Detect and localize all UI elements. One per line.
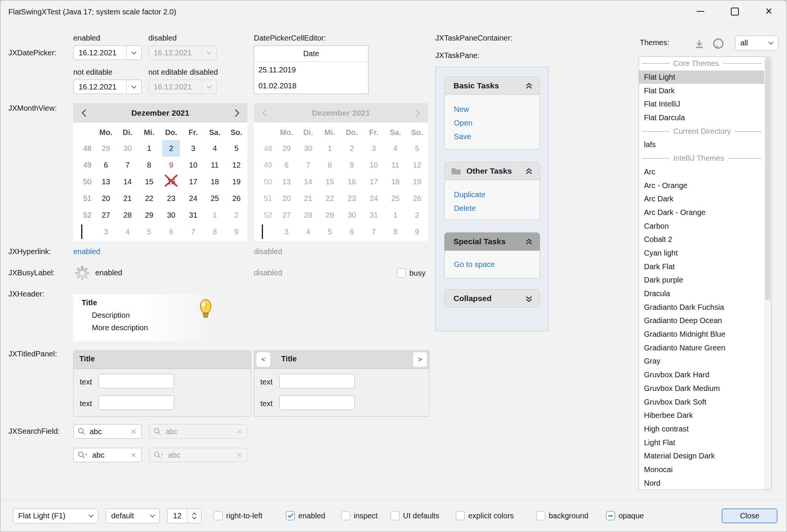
taskpane-link-save[interactable]: Save: [445, 130, 540, 143]
calendar-day[interactable]: 2: [234, 211, 238, 220]
github-button[interactable]: [711, 36, 726, 52]
theme-item-arc-orange[interactable]: Arc - Orange: [639, 179, 765, 192]
font-combobox[interactable]: default: [106, 508, 160, 523]
theme-item-gruvbox-dark-medium[interactable]: Gruvbox Dark Medium: [639, 382, 765, 395]
search-menu-icon[interactable]: [78, 451, 88, 459]
double-chevron-up-icon[interactable]: [525, 82, 533, 92]
calendar-day[interactable]: 1: [147, 144, 151, 153]
checkbox-ui-defaults[interactable]: UI defaults: [390, 511, 439, 520]
close-window-button[interactable]: ✕: [757, 0, 781, 22]
minimize-button[interactable]: [688, 0, 713, 22]
table-row[interactable]: 01.02.2018: [254, 78, 368, 94]
datepicker-enabled[interactable]: 16.12.2021: [73, 46, 142, 60]
theme-item-gradianto-dark-fuchsia[interactable]: Gradianto Dark Fuchsia: [639, 300, 765, 314]
calendar-day[interactable]: 30: [167, 211, 175, 220]
calendar-day[interactable]: 9: [234, 228, 238, 236]
theme-item-high-contrast[interactable]: High contrast: [639, 422, 765, 436]
double-chevron-up-icon[interactable]: [525, 167, 533, 177]
checkbox-box[interactable]: [341, 511, 350, 520]
calendar-day[interactable]: 12: [232, 161, 241, 169]
taskpane-header[interactable]: Other Tasks: [444, 162, 540, 180]
checkbox-box[interactable]: [214, 511, 223, 520]
close-button[interactable]: Close: [722, 508, 778, 523]
theme-item-gradianto-nature-green[interactable]: Gradianto Nature Green: [639, 341, 765, 355]
theme-item-monocai[interactable]: Monocai: [639, 463, 765, 477]
calendar-day[interactable]: 11: [211, 161, 219, 169]
calendar-day[interactable]: 5: [147, 228, 151, 236]
calendar-day[interactable]: 31: [189, 211, 197, 220]
titled-panel-left-button[interactable]: <: [257, 352, 270, 367]
calendar-day[interactable]: 3: [191, 144, 195, 153]
previous-month-button[interactable]: [78, 107, 90, 119]
theme-item-hiberbee-dark[interactable]: Hiberbee Dark: [639, 409, 765, 422]
checkbox-box[interactable]: [606, 511, 615, 520]
theme-item-flat-intellij[interactable]: Flat IntelliJ: [639, 97, 765, 111]
calendar-day[interactable]: 27: [102, 211, 110, 220]
checkbox-inspect[interactable]: inspect: [341, 511, 378, 520]
calendar-day[interactable]: 21: [123, 194, 132, 203]
theme-item-arc[interactable]: Arc: [639, 165, 765, 179]
text-input[interactable]: [99, 374, 174, 388]
text-input[interactable]: [99, 395, 174, 410]
theme-item-flat-dark[interactable]: Flat Dark: [639, 84, 765, 97]
calendar-day[interactable]: 29: [102, 144, 110, 153]
calendar-day[interactable]: 24: [189, 194, 197, 203]
calendar-day[interactable]: 22: [145, 194, 153, 203]
checkbox-box[interactable]: [536, 511, 545, 520]
theme-item-cyan-light[interactable]: Cyan light: [639, 246, 765, 260]
calendar-day[interactable]: 23: [167, 194, 175, 203]
calendar-day[interactable]: 10: [189, 161, 197, 169]
themes-filter-combobox[interactable]: all: [735, 36, 778, 50]
theme-item-cobalt-2[interactable]: Cobalt 2: [639, 233, 765, 246]
calendar-day[interactable]: 7: [125, 161, 129, 169]
search-input-value[interactable]: abc: [90, 427, 131, 436]
theme-item-gray[interactable]: Gray: [639, 355, 765, 368]
theme-item-flat-light[interactable]: Flat Light: [639, 71, 765, 84]
theme-item-gruvbox-dark-soft[interactable]: Gruvbox Dark Soft: [639, 395, 765, 409]
font-size-value[interactable]: 12: [168, 509, 187, 523]
checkbox-background[interactable]: background: [536, 511, 589, 520]
search-input-value[interactable]: abc: [92, 451, 131, 460]
calendar-day[interactable]: 8: [212, 228, 217, 236]
theme-item-dark-purple[interactable]: Dark purple: [639, 273, 765, 287]
calendar-day[interactable]: 2: [169, 144, 173, 153]
theme-item-nord[interactable]: Nord: [639, 476, 765, 490]
titled-panel-right-button[interactable]: >: [413, 352, 427, 367]
taskpane-header[interactable]: Basic Tasks: [444, 77, 540, 95]
checkbox-explicit-colors[interactable]: explicit colors: [456, 511, 514, 520]
double-chevron-up-icon[interactable]: [525, 238, 533, 248]
calendar-day[interactable]: 6: [104, 161, 108, 169]
checkbox-box[interactable]: [390, 511, 400, 520]
calendar-day[interactable]: 4: [212, 144, 217, 153]
taskpane-link-duplicate[interactable]: Duplicate: [445, 188, 540, 201]
search-field-with-menu-enabled[interactable]: abc ✕: [73, 448, 142, 462]
taskpane-header[interactable]: Collapsed: [444, 289, 540, 308]
busy-checkbox-box[interactable]: [397, 268, 406, 278]
double-chevron-down-icon[interactable]: [525, 295, 533, 305]
next-month-button[interactable]: [231, 107, 243, 119]
calendar-day[interactable]: 14: [123, 177, 132, 186]
table-row[interactable]: 25.11.2019: [254, 62, 368, 78]
font-size-spinner-buttons[interactable]: [187, 509, 201, 523]
theme-item-lafs[interactable]: lafs: [639, 138, 765, 152]
checkbox-box[interactable]: [286, 511, 295, 520]
theme-item-flat-darcula[interactable]: Flat Darcula: [639, 111, 765, 125]
calendar-day[interactable]: 28: [123, 211, 132, 220]
calendar-day[interactable]: 1: [212, 211, 217, 220]
calendar-day[interactable]: 4: [125, 228, 129, 236]
datepicker-not-editable[interactable]: 16.12.2021: [73, 80, 142, 94]
calendar-day[interactable]: 17: [189, 177, 197, 186]
calendar-day[interactable]: 3: [104, 228, 108, 236]
calendar-day[interactable]: 26: [232, 194, 241, 203]
taskpane-link-open[interactable]: Open: [445, 116, 540, 130]
theme-item-light-flat[interactable]: Light Flat: [639, 436, 765, 449]
theme-item-carbon[interactable]: Carbon: [639, 219, 765, 233]
taskpane-header[interactable]: Special Tasks: [444, 232, 540, 251]
laf-combobox[interactable]: Flat Light (F1): [13, 508, 98, 523]
busy-checkbox[interactable]: busy: [397, 268, 425, 278]
calendar-day[interactable]: 15: [145, 177, 153, 186]
datepicker-enabled-value[interactable]: 16.12.2021: [74, 49, 126, 57]
calendar-day[interactable]: 9: [169, 161, 173, 169]
calendar-day[interactable]: 29: [145, 211, 153, 220]
hyperlink-enabled[interactable]: enabled: [73, 247, 100, 256]
